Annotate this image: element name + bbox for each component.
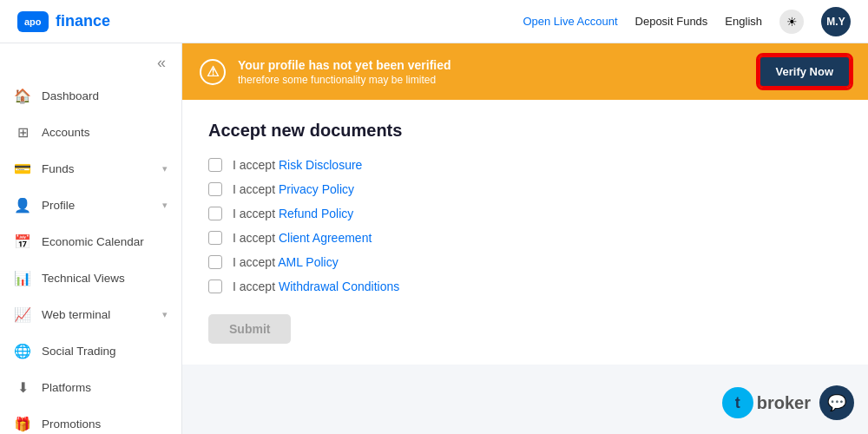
sidebar-label: Technical Views — [42, 272, 125, 285]
chevron-down-icon: ▾ — [162, 163, 168, 174]
sidebar-label: Accounts — [42, 126, 90, 139]
chat-button[interactable]: 💬 — [819, 385, 854, 420]
sidebar-item-economic-calendar[interactable]: 📅 Economic Calendar — [0, 223, 181, 260]
logo-icon: apo — [17, 11, 49, 32]
doc-checkbox-1[interactable] — [208, 182, 222, 196]
doc-item: I accept AML Policy — [208, 255, 842, 269]
sidebar-icon: 📅 — [14, 233, 31, 250]
doc-checkbox-3[interactable] — [208, 231, 222, 245]
sidebar-item-technical-views[interactable]: 📊 Technical Views — [0, 260, 181, 296]
verify-now-button[interactable]: Verify Now — [759, 56, 851, 88]
sidebar-item-web-terminal[interactable]: 📈 Web terminal ▾ — [0, 296, 181, 332]
sidebar-item-dashboard[interactable]: 🏠 Dashboard — [0, 77, 181, 114]
doc-link-2[interactable]: Refund Policy — [279, 207, 353, 220]
doc-text: I accept Risk Disclosure — [233, 158, 362, 172]
doc-item: I accept Privacy Policy — [208, 182, 842, 196]
avatar[interactable]: M.Y — [821, 7, 851, 36]
logo[interactable]: apo finance — [17, 11, 110, 32]
sidebar-label: Economic Calendar — [42, 235, 144, 248]
sidebar-icon: ⊞ — [14, 123, 31, 141]
sidebar-label: Social Trading — [42, 345, 116, 358]
sidebar-label: Platforms — [42, 381, 91, 394]
doc-text: I accept AML Policy — [233, 255, 339, 269]
layout: « 🏠 Dashboard ⊞ Accounts 💳 Funds ▾ 👤 Pro… — [0, 43, 868, 434]
sidebar-item-platforms[interactable]: ⬇ Platforms — [0, 369, 181, 405]
theme-toggle[interactable]: ☀ — [779, 10, 804, 34]
sidebar-item-promotions[interactable]: 🎁 Promotions — [0, 405, 181, 434]
doc-text: I accept Refund Policy — [233, 207, 353, 220]
chevron-down-icon: ▾ — [162, 309, 168, 320]
sidebar-nav: 🏠 Dashboard ⊞ Accounts 💳 Funds ▾ 👤 Profi… — [0, 77, 181, 434]
sidebar-label: Funds — [42, 162, 75, 175]
doc-text: I accept Client Agreement — [233, 231, 372, 245]
doc-checkbox-0[interactable] — [208, 158, 222, 172]
sidebar-icon: 🏠 — [14, 87, 31, 104]
sidebar-icon: ⬇ — [14, 378, 31, 396]
doc-link-5[interactable]: Withdrawal Conditions — [279, 279, 399, 293]
submit-button[interactable]: Submit — [208, 314, 291, 344]
banner-text: Your profile has not yet been verified t… — [238, 58, 746, 86]
sidebar-icon: 👤 — [14, 196, 31, 214]
doc-text: I accept Privacy Policy — [233, 182, 354, 196]
sidebar-icon: 🌐 — [14, 342, 31, 359]
logo-text: finance — [56, 12, 110, 30]
doc-text: I accept Withdrawal Conditions — [233, 279, 399, 293]
section-title: Accept new documents — [208, 121, 842, 141]
sidebar-item-social-trading[interactable]: 🌐 Social Trading — [0, 332, 181, 369]
doc-item: I accept Withdrawal Conditions — [208, 279, 842, 293]
language-selector[interactable]: English — [725, 15, 762, 28]
doc-link-0[interactable]: Risk Disclosure — [279, 158, 362, 172]
main-content: ⚠ Your profile has not yet been verified… — [182, 43, 868, 434]
sidebar: « 🏠 Dashboard ⊞ Accounts 💳 Funds ▾ 👤 Pro… — [0, 43, 182, 434]
doc-link-3[interactable]: Client Agreement — [279, 231, 372, 245]
top-navbar: apo finance Open Live Account Deposit Fu… — [0, 0, 868, 43]
document-list: I accept Risk Disclosure I accept Privac… — [208, 158, 842, 293]
open-account-link[interactable]: Open Live Account — [523, 15, 617, 28]
sidebar-label: Web terminal — [42, 308, 110, 321]
sidebar-label: Promotions — [42, 418, 101, 431]
chevron-down-icon: ▾ — [162, 200, 168, 211]
doc-checkbox-2[interactable] — [208, 207, 222, 220]
topnav-right: Open Live Account Deposit Funds English … — [523, 7, 851, 36]
sidebar-icon: 📊 — [14, 269, 31, 286]
sidebar-item-funds[interactable]: 💳 Funds ▾ — [0, 150, 181, 187]
deposit-funds-button[interactable]: Deposit Funds — [635, 15, 708, 28]
warning-icon: ⚠ — [200, 59, 226, 85]
sidebar-collapse: « — [0, 43, 181, 77]
collapse-button[interactable]: « — [155, 52, 168, 74]
banner-title: Your profile has not yet been verified — [238, 58, 746, 72]
doc-item: I accept Refund Policy — [208, 207, 842, 220]
banner-subtitle: therefore some functionality may be limi… — [238, 74, 746, 86]
verification-banner: ⚠ Your profile has not yet been verified… — [182, 43, 868, 100]
doc-item: I accept Risk Disclosure — [208, 158, 842, 172]
sidebar-icon: 🎁 — [14, 415, 31, 432]
doc-item: I accept Client Agreement — [208, 231, 842, 245]
svg-text:apo: apo — [24, 16, 42, 27]
doc-link-1[interactable]: Privacy Policy — [279, 182, 354, 196]
sidebar-label: Dashboard — [42, 89, 99, 102]
sidebar-item-accounts[interactable]: ⊞ Accounts — [0, 114, 181, 150]
doc-checkbox-5[interactable] — [208, 279, 222, 293]
sidebar-icon: 📈 — [14, 306, 31, 323]
sidebar-item-profile[interactable]: 👤 Profile ▾ — [0, 187, 181, 223]
tbroker-text: broker — [757, 393, 811, 413]
sidebar-label: Profile — [42, 199, 75, 212]
doc-checkbox-4[interactable] — [208, 255, 222, 269]
doc-link-4[interactable]: AML Policy — [278, 255, 339, 269]
footer-logos: t broker 💬 — [722, 385, 854, 420]
tbroker-icon: t — [722, 387, 753, 418]
documents-content: Accept new documents I accept Risk Discl… — [182, 100, 868, 365]
sidebar-icon: 💳 — [14, 160, 31, 177]
tbroker-logo: t broker — [722, 387, 811, 418]
